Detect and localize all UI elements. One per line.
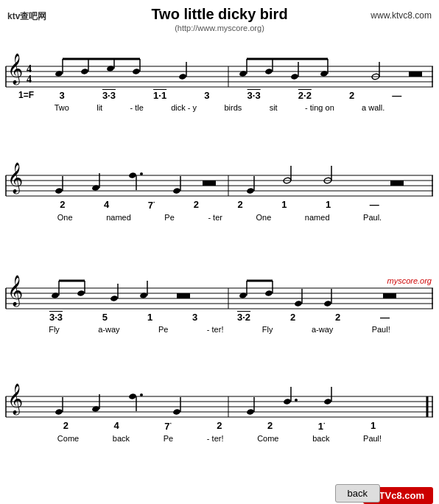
svg-text:𝄞: 𝄞	[7, 383, 23, 416]
back-button[interactable]: back	[335, 484, 380, 503]
num-3-8: —	[380, 312, 390, 323]
lyrics-cells-4: Come back Pe - ter! Come back Paul!	[41, 434, 398, 443]
num-3-4: 3	[192, 312, 197, 323]
lyric-1-6: sit	[270, 103, 278, 112]
num-3-3: 1	[147, 312, 152, 323]
svg-rect-52	[203, 181, 216, 186]
num-4-1: 2	[63, 420, 69, 432]
lyric-1-5: birds	[224, 103, 242, 112]
svg-rect-88	[383, 293, 396, 298]
num-3-7: 2	[335, 312, 340, 323]
num-1-4: 3	[204, 90, 209, 101]
lyric-2-3: Pe	[164, 213, 174, 222]
lyric-1-2: lit	[96, 103, 102, 112]
lyric-1-8: a wall.	[362, 103, 384, 112]
svg-point-113	[323, 398, 331, 405]
lyric-2-5: One	[256, 213, 272, 222]
lyric-2-6: named	[305, 213, 330, 222]
lyric-4-2: back	[113, 434, 130, 443]
notation-row-4: 2 4 7· 2 2 1· 1	[0, 419, 439, 433]
num-4-4: 2	[217, 420, 222, 432]
num-2-3: 7·	[148, 199, 155, 211]
num-1-5: 3·3	[247, 90, 261, 101]
svg-point-24	[264, 68, 273, 74]
lyric-4-4: - ter!	[207, 434, 224, 443]
lyrics-row-2: One named Pe - ter One named Paul.	[0, 213, 439, 222]
num-2-4: 2	[194, 199, 199, 211]
lyric-2-4: - ter	[208, 213, 222, 222]
lyric-3-7: Paul!	[372, 325, 390, 334]
lyrics-cells-3: Fly a-way Pe - ter! Fly a-way Paul!	[29, 325, 410, 334]
lyric-3-2: a-way	[98, 325, 119, 334]
staff-4: 𝄞	[0, 382, 439, 419]
svg-point-99	[55, 408, 63, 415]
header: ktv查吧网 www.ktvc8.com	[0, 10, 439, 23]
svg-point-112	[295, 399, 298, 402]
page: ktv查吧网 www.ktvc8.com Two little dicky bi…	[0, 6, 439, 504]
svg-point-71	[77, 290, 85, 296]
staff-1: 𝄞 4 4	[0, 52, 439, 88]
lyric-4-3: Pe	[164, 434, 173, 443]
num-1-8: —	[392, 90, 401, 101]
subtitle: (http://www.myscore.org)	[0, 24, 439, 32]
svg-point-105	[140, 393, 143, 396]
lyrics-row-4: Come back Pe - ter! Come back Paul!	[0, 434, 439, 443]
svg-point-49	[140, 172, 143, 175]
lyric-4-6: back	[312, 434, 329, 443]
notation-row-1: 1=F 3 3·3 1·1 3 3·3 2·2 2 —	[0, 88, 439, 102]
svg-point-86	[323, 300, 331, 307]
svg-point-20	[178, 73, 186, 80]
svg-text:𝄞: 𝄞	[7, 53, 23, 85]
svg-rect-59	[390, 181, 404, 186]
section-3: myscore.org 𝄞	[0, 273, 439, 334]
lyrics-row-1: Two lit - tle dick - y birds sit - ting …	[0, 103, 439, 112]
lyric-2-2: named	[106, 213, 131, 222]
num-3-6: 2	[290, 312, 295, 323]
lyric-4-7: Paul!	[363, 434, 382, 443]
numbers-row-4: 2 4 7· 2 2 1· 1	[41, 420, 398, 432]
lyric-1-1: Two	[55, 103, 69, 112]
num-1-2: 3·3	[102, 90, 116, 101]
svg-point-110	[283, 398, 291, 405]
svg-point-84	[294, 300, 302, 307]
lyric-4-5: Come	[257, 434, 278, 443]
num-2-6: 1	[281, 199, 287, 211]
svg-text:4: 4	[27, 74, 32, 85]
num-1-6: 2·2	[298, 90, 312, 101]
svg-point-108	[246, 408, 254, 415]
num-4-2: 4	[113, 420, 119, 432]
back-button-container: back	[335, 484, 380, 503]
notation-row-3: 3·3 5 1 3 3·2 2 2 —	[0, 310, 439, 324]
lyrics-cells-1: Two lit - tle dick - y birds sit - ting …	[41, 103, 398, 112]
num-4-7: 1	[370, 420, 376, 432]
svg-point-74	[110, 295, 118, 301]
numbers-row-2: 2 4 7· 2 2 1 1 —	[41, 199, 398, 211]
numbers-row-3: 3·3 5 1 3 3·2 2 2 —	[29, 312, 410, 323]
num-2-5: 2	[238, 199, 243, 211]
lyrics-row-3: Fly a-way Pe - ter! Fly a-way Paul!	[0, 325, 439, 334]
lyric-1-7: - ting on	[305, 103, 334, 112]
svg-rect-33	[409, 71, 422, 77]
staff-2: 𝄞	[0, 161, 439, 197]
svg-text:4: 4	[27, 63, 32, 74]
lyrics-cells-2: One named Pe - ter One named Paul.	[41, 213, 398, 222]
num-4-5: 2	[267, 420, 273, 432]
numbers-row-1: 3 3·3 1·1 3 3·3 2·2 2 —	[41, 90, 421, 101]
svg-point-17	[132, 68, 140, 74]
num-2-1: 2	[60, 199, 65, 211]
num-1-7: 2	[349, 90, 354, 101]
section-1: 𝄞 4 4	[0, 52, 439, 112]
svg-point-50	[172, 187, 180, 194]
num-1-3: 1·1	[153, 90, 166, 101]
lyric-3-4: - ter!	[207, 325, 224, 334]
section-2: 𝄞	[0, 161, 439, 222]
site-left: ktv查吧网	[7, 10, 46, 23]
lyric-1-3: - tle	[130, 103, 144, 112]
svg-point-81	[264, 290, 273, 296]
lyric-3-6: a-way	[312, 325, 333, 334]
lyric-4-1: Come	[57, 434, 79, 443]
num-4-6: 1·	[318, 420, 326, 432]
notation-row-2: 2 4 7· 2 2 1 1 —	[0, 197, 439, 212]
num-2-2: 4	[104, 199, 109, 211]
svg-text:𝄞: 𝄞	[7, 162, 23, 195]
